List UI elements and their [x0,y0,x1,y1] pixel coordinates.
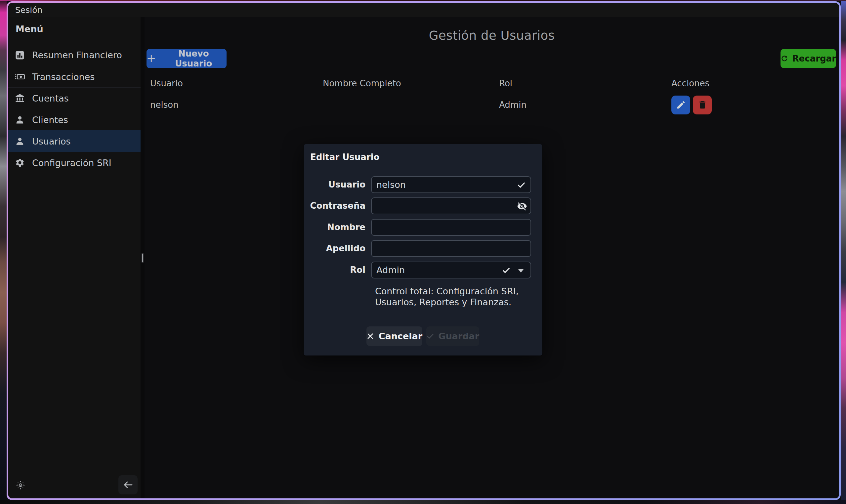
field-label-rol: Rol [304,262,365,278]
apellido-input[interactable] [372,241,530,256]
menu-session[interactable]: Sesión [8,5,49,15]
banknote-icon [15,72,25,82]
column-header-usuario: Usuario [150,76,323,91]
sidebar-item-usuarios[interactable]: Usuarios [8,130,141,152]
edit-user-button[interactable] [671,95,690,114]
field-label-nombre: Nombre [304,219,365,236]
new-user-button[interactable]: + Nuevo Usuario [146,49,227,68]
sidebar-item-cuentas[interactable]: Cuentas [8,87,141,109]
sun-icon[interactable] [16,480,25,490]
sidebar-item-label: Clientes [32,115,68,125]
menu-bar: Sesión [8,3,839,17]
table-row-cell-nombre-completo [323,95,499,114]
dialog-title: Editar Usuario [310,152,379,162]
refresh-icon [780,54,789,63]
sidebar-item-label: Configuración SRI [32,158,111,168]
edit-user-dialog: Editar Usuario Usuario Contraseña [304,144,542,356]
wallpaper-bottom-edge [0,500,846,504]
contrasena-field [371,197,531,214]
reload-button-label: Recargar [792,54,836,64]
cancel-button-label: Cancelar [379,331,422,341]
trash-icon [698,100,707,110]
field-label-contrasena: Contraseña [304,197,365,214]
apellido-field [371,240,531,257]
wallpaper-left-edge [0,0,6,504]
window-frame-border: Sesión Menú Resumen Financiero [6,1,841,500]
valid-check-icon [502,266,511,275]
wallpaper-right-edge [841,0,846,504]
arrow-left-icon [122,479,133,490]
delete-user-button[interactable] [693,95,712,114]
sidebar-nav: Resumen Financiero Transacciones [8,44,141,173]
valid-check-icon [517,181,526,190]
field-label-usuario: Usuario [304,176,365,193]
reload-button[interactable]: Recargar [780,49,836,68]
close-x-icon [366,332,374,340]
rol-selected-value: Admin [376,262,405,278]
sidebar-item-label: Resumen Financiero [32,50,122,60]
app-window: Sesión Menú Resumen Financiero [8,3,839,498]
sidebar-item-label: Cuentas [32,93,69,104]
person-icon [15,136,25,146]
rol-combobox[interactable]: Admin [371,262,531,278]
sidebar: Menú Resumen Financiero [8,17,141,498]
sidebar-collapse-button[interactable] [119,475,138,494]
column-header-nombre-completo: Nombre Completo [323,76,499,91]
users-table: Usuario Nombre Completo Rol Acciones nel… [150,76,833,114]
plus-icon: + [146,52,156,65]
contrasena-input[interactable] [372,198,530,214]
page-title: Gestión de Usuarios [145,29,839,43]
gear-icon [15,158,25,168]
table-row-cell-rol: Admin [499,95,671,114]
sidebar-item-resumen-financiero[interactable]: Resumen Financiero [8,44,141,66]
bank-icon [15,93,25,103]
column-header-rol: Rol [499,76,671,91]
usuario-field [371,176,531,193]
table-row-actions [671,95,833,114]
edit-pencil-icon [676,100,686,110]
role-description: Control total: Configuración SRI, Usuari… [375,286,534,308]
table-row-cell-usuario: nelson [150,95,323,114]
sidebar-item-clientes[interactable]: Clientes [8,109,141,130]
save-check-icon [426,332,434,340]
nombre-input[interactable] [372,220,530,235]
content-area: Gestión de Usuarios + Nuevo Usuario Reca… [145,17,839,498]
field-label-apellido: Apellido [304,240,365,257]
column-header-acciones: Acciones [671,76,833,91]
new-user-button-label: Nuevo Usuario [161,49,227,69]
person-icon [15,115,25,125]
save-button-label: Guardar [438,331,479,341]
sidebar-header: Menú [16,24,43,34]
bar-chart-icon [15,50,25,60]
eye-off-icon[interactable] [517,201,527,211]
sidebar-item-label: Transacciones [32,72,95,82]
sidebar-item-label: Usuarios [32,136,71,146]
usuario-input[interactable] [372,177,530,193]
chevron-down-icon[interactable] [518,269,524,272]
cancel-button[interactable]: Cancelar [366,326,422,346]
splitter-handle[interactable] [142,253,144,263]
save-button[interactable]: Guardar [426,326,479,346]
nombre-field [371,219,531,236]
sidebar-splitter[interactable] [141,17,145,498]
sidebar-item-configuracion-sri[interactable]: Configuración SRI [8,152,141,173]
sidebar-item-transacciones[interactable]: Transacciones [8,66,141,87]
